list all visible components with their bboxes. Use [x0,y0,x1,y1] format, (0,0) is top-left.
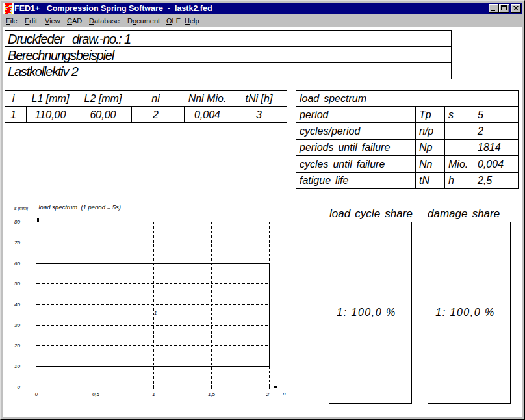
svg-text:n: n [283,391,286,397]
svg-text:s [mm]: s [mm] [14,206,29,211]
svg-text:load spectrum (1 period = 5s): load spectrum (1 period = 5s) [39,203,121,211]
svg-text:1: 1 [154,310,157,316]
svg-text:30: 30 [14,322,20,328]
svg-text:40: 40 [14,302,20,308]
svg-text:0,5: 0,5 [92,391,100,397]
svg-text:1: 1 [152,391,155,397]
svg-text:80: 80 [14,219,20,225]
svg-text:1,5: 1,5 [208,391,216,397]
svg-text:10: 10 [14,363,20,369]
svg-text:0: 0 [35,391,38,397]
svg-text:60: 60 [14,261,20,267]
svg-text:2: 2 [266,391,270,397]
svg-text:0: 0 [18,384,21,390]
svg-text:70: 70 [14,240,20,246]
svg-text:50: 50 [14,281,20,287]
svg-text:20: 20 [14,343,20,348]
